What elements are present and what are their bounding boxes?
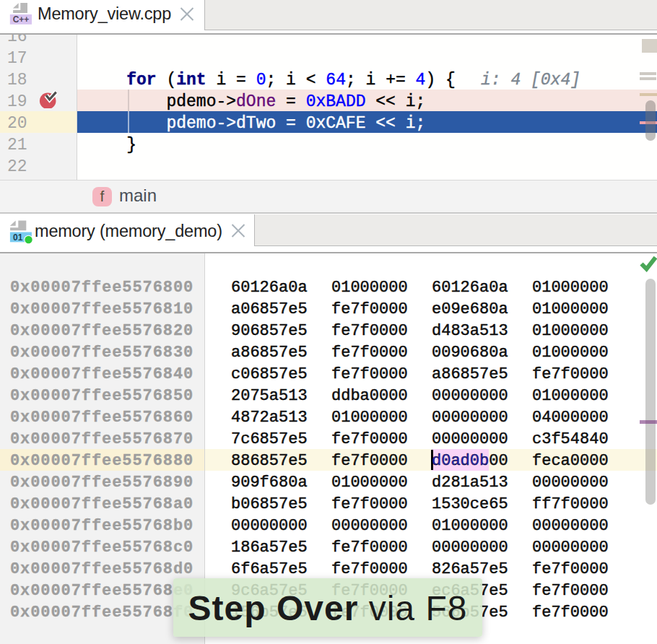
svg-text:C++: C++ [13,14,30,25]
svg-text:01: 01 [13,232,23,243]
